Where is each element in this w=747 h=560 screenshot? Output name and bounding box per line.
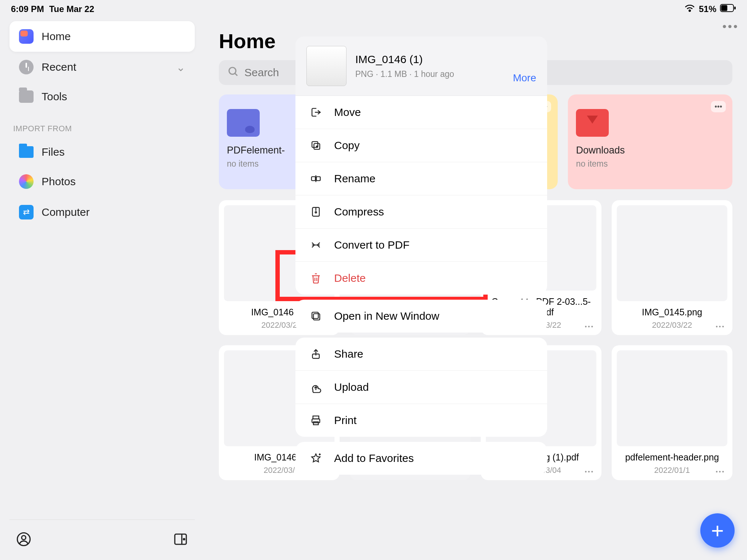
menu-label: Delete [334,272,366,284]
menu-label: Open in New Window [334,310,439,322]
folder-sub: no items [576,159,724,169]
sidebar-item-recent[interactable]: Recent ⌄ [9,52,195,82]
svg-point-9 [229,67,236,74]
popup-file-title: IMG_0146 (1) [355,53,454,66]
add-button[interactable]: + [700,513,735,548]
menu-open-new-window[interactable]: Open in New Window [295,300,547,332]
menu-label: Add to Favorites [334,452,414,464]
folder-card-downloads[interactable]: ••• Downloads no items [568,94,732,189]
menu-label: Upload [334,381,369,393]
share-icon [309,348,322,360]
menu-share[interactable]: Share [295,338,547,371]
delete-icon [309,272,322,284]
sidebar-item-tools[interactable]: Tools [9,82,195,111]
print-icon [309,415,322,426]
menu-label: Compress [334,206,384,218]
menu-label: Print [334,414,357,427]
status-bar: 6:09 PM Tue Mar 22 51% [0,0,747,18]
file-name: pdfelement-header.png [625,452,719,463]
menu-move[interactable]: Move [295,96,547,129]
sidebar: Home Recent ⌄ Tools IMPORT FROM Files Ph… [0,18,204,560]
file-more-icon[interactable]: ••• [585,323,594,330]
chevron-down-icon: ⌄ [176,61,185,74]
menu-print[interactable]: Print [295,404,547,437]
sidebar-item-label: Computer [42,206,90,218]
search-icon [228,66,239,79]
sidebar-item-label: Photos [42,175,76,188]
photos-icon [19,174,34,189]
file-more-icon[interactable]: ••• [716,468,725,475]
computer-icon: ⇄ [19,205,34,219]
sidebar-item-computer[interactable]: ⇄ Computer [9,197,195,228]
more-icon[interactable]: ••• [722,20,739,33]
menu-delete[interactable]: Delete [295,262,547,295]
battery-icon [720,4,736,14]
svg-rect-29 [313,422,318,425]
menu-compress[interactable]: Compress [295,195,547,229]
sidebar-item-files[interactable]: Files [9,138,195,166]
status-time: 6:09 PM [11,4,44,14]
compress-icon [309,206,322,218]
file-more-icon[interactable]: ••• [716,323,725,330]
file-card[interactable]: pdfelement-header.png 2022/01/1 ••• [612,345,732,480]
file-date: 2022/03/22 [652,320,692,330]
svg-rect-25 [312,312,318,318]
svg-rect-17 [316,177,320,181]
file-thumbnail [617,205,727,301]
svg-rect-24 [313,314,320,320]
sidebar-item-home[interactable]: Home [9,21,195,52]
menu-label: Move [334,106,361,118]
menu-label: Share [334,348,363,360]
file-card[interactable]: IMG_0145.png 2022/03/22 ••• [612,200,732,335]
file-date: 2022/01/1 [654,466,690,475]
svg-point-0 [689,10,690,11]
svg-rect-3 [734,7,736,9]
folder-icon [19,146,34,158]
svg-point-8 [183,538,185,540]
menu-add-favorites[interactable]: Add to Favorites [295,442,547,475]
file-date: 2022/03/2 [262,320,297,330]
sidebar-item-label: Home [42,30,71,43]
menu-convert-pdf[interactable]: Convert to PDF [295,229,547,262]
svg-rect-2 [721,5,727,11]
popup-thumbnail [306,46,347,86]
svg-point-5 [22,536,26,540]
file-thumbnail [617,350,727,446]
menu-upload[interactable]: Upload [295,371,547,404]
move-icon [309,106,322,118]
rename-icon [309,173,322,184]
file-date: 2022/03/ [264,466,295,475]
battery-percent: 51% [699,4,716,14]
clock-icon [19,60,34,74]
popup-file-meta: PNG · 1.1 MB · 1 hour ago [355,69,454,79]
account-icon[interactable] [16,532,31,548]
folder-more-icon[interactable]: ••• [711,101,726,112]
home-icon [19,29,34,44]
svg-rect-16 [311,177,316,181]
sidebar-collapse-icon[interactable] [173,532,188,548]
convert-icon [309,239,322,251]
star-icon [309,452,322,464]
copy-icon [309,140,322,151]
wifi-icon [684,4,695,15]
upload-icon [309,381,322,393]
import-from-label: IMPORT FROM [9,111,195,138]
sidebar-item-photos[interactable]: Photos [9,166,195,197]
file-name: IMG_0145.png [642,307,702,318]
file-context-menu: IMG_0146 (1) PNG · 1.1 MB · 1 hour ago M… [295,36,547,475]
menu-copy[interactable]: Copy [295,129,547,162]
svg-line-10 [235,73,237,76]
tools-icon [19,90,34,103]
download-folder-icon [576,109,609,137]
status-date: Tue Mar 22 [49,4,94,14]
menu-rename[interactable]: Rename [295,162,547,195]
sidebar-item-label: Recent [42,61,76,73]
menu-label: Copy [334,139,360,152]
window-icon [309,310,322,322]
popup-more-link[interactable]: More [513,72,536,86]
popup-header: IMG_0146 (1) PNG · 1.1 MB · 1 hour ago M… [295,36,547,96]
file-more-icon[interactable]: ••• [585,468,594,475]
menu-label: Rename [334,172,375,185]
sidebar-item-label: Files [42,146,65,158]
menu-label: Convert to PDF [334,239,410,251]
